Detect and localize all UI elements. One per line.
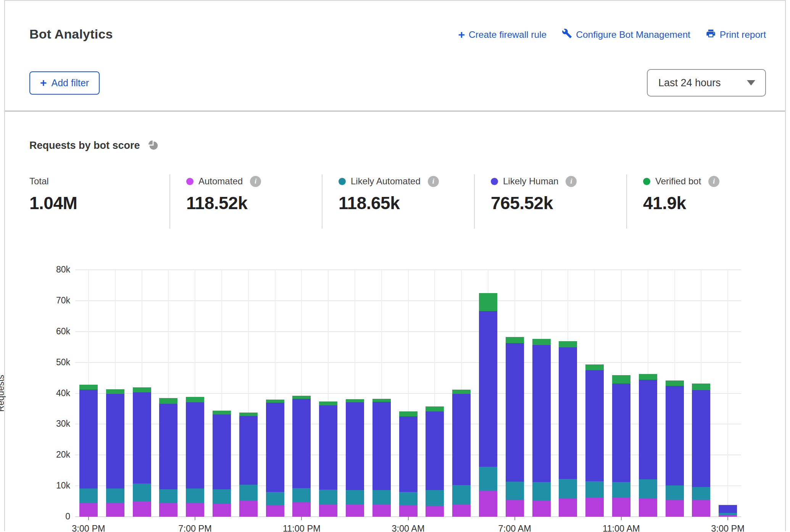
y-tick-label: 10k: [30, 480, 70, 491]
stat-verified-bot-label: Verified bot: [655, 176, 701, 187]
bar-segment-likely-human: [719, 505, 737, 513]
bar-segment-verified-bot: [159, 398, 177, 404]
bar-segment-verified-bot: [346, 399, 364, 402]
time-range-dropdown[interactable]: Last 24 hours: [647, 69, 766, 97]
bar-segment-verified-bot: [532, 339, 551, 345]
bar-segment-likely-automated: [213, 489, 231, 504]
bar-segment-automated: [532, 500, 551, 517]
stat-verified-bot-value: 41.9k: [643, 193, 766, 213]
configure-bot-management-link[interactable]: Configure Bot Management: [562, 28, 690, 41]
bar-segment-verified-bot: [479, 293, 497, 311]
stat-automated-label: Automated: [198, 176, 243, 187]
bar-segment-automated: [399, 505, 418, 517]
y-tick-label: 70k: [30, 295, 70, 306]
bar-segment-likely-automated: [479, 467, 497, 490]
bar-segment-automated: [666, 500, 684, 517]
bar-segment-verified-bot: [319, 401, 337, 405]
bar-segment-likely-automated: [666, 485, 684, 499]
bar-segment-likely-automated: [532, 482, 551, 500]
bar-segment-automated: [239, 500, 258, 517]
bar-segment-likely-human: [479, 311, 497, 467]
add-filter-button[interactable]: + Add filter: [29, 71, 100, 95]
create-firewall-rule-label: Create firewall rule: [469, 29, 547, 40]
bar-segment-likely-human: [639, 380, 657, 479]
stat-likely-human-label: Likely Human: [503, 176, 558, 187]
info-icon[interactable]: i: [708, 176, 719, 187]
stacked-bar: [692, 384, 710, 517]
printer-icon: [706, 28, 716, 41]
bar-segment-automated: [292, 502, 311, 517]
x-tick-label: 3:00 PM: [58, 524, 119, 532]
y-tick-label: 40k: [30, 388, 70, 398]
stat-likely-automated-label: Likely Automated: [351, 176, 421, 187]
bar-segment-likely-automated: [399, 492, 418, 505]
y-tick-label: 60k: [30, 326, 70, 337]
bar-segment-likely-automated: [292, 488, 311, 502]
stacked-bar: [506, 337, 524, 517]
info-icon[interactable]: i: [428, 176, 439, 187]
likely-human-legend-dot: [491, 178, 498, 185]
content: Requests by bot score Total 1.04M Automa…: [5, 139, 785, 532]
create-firewall-rule-link[interactable]: + Create firewall rule: [458, 29, 547, 40]
info-icon[interactable]: i: [566, 176, 577, 187]
bar-segment-verified-bot: [372, 399, 391, 402]
bar-segment-likely-human: [452, 394, 471, 485]
x-tick-label: 3:00 AM: [378, 524, 439, 532]
stacked-bar: [585, 364, 604, 517]
bar-segment-likely-automated: [585, 481, 604, 498]
stacked-bar: [452, 390, 471, 517]
bar-segment-likely-automated: [559, 479, 577, 498]
stat-likely-human: Likely Human i 765.52k: [474, 174, 626, 229]
bot-analytics-panel: Bot Analytics + Create firewall rule Con…: [4, 0, 786, 531]
bar-segment-likely-human: [426, 411, 444, 490]
bar-segment-likely-human: [133, 392, 151, 484]
stacked-bar: [186, 397, 204, 517]
verified-bot-legend-dot: [643, 178, 650, 185]
bar-segment-verified-bot: [559, 341, 577, 347]
x-tick-label: 7:00 AM: [484, 524, 545, 532]
info-icon[interactable]: i: [250, 176, 261, 187]
bar-segment-likely-automated: [319, 490, 337, 505]
x-tick: [195, 517, 195, 520]
stacked-bar: [159, 398, 177, 517]
bar-segment-likely-human: [319, 405, 337, 490]
bar-segment-likely-human: [79, 390, 98, 489]
bar-segment-verified-bot: [79, 385, 98, 390]
x-tick: [514, 517, 515, 520]
add-filter-label: Add filter: [52, 77, 89, 89]
bar-segment-likely-automated: [372, 490, 391, 505]
section-title: Requests by bot score: [29, 140, 140, 152]
bar-segment-automated: [692, 500, 710, 517]
x-tick: [408, 517, 409, 520]
stat-automated-value: 118.52k: [186, 193, 322, 213]
stacked-bar: [719, 505, 737, 517]
print-report-link[interactable]: Print report: [706, 28, 766, 41]
bar-segment-automated: [585, 498, 604, 517]
automated-legend-dot: [186, 178, 193, 185]
bar-segment-automated: [319, 505, 337, 517]
bar-segment-likely-human: [372, 402, 391, 490]
bar-segment-likely-human: [532, 345, 551, 482]
bar-segment-automated: [213, 504, 231, 517]
x-tick-label: 3:00 PM: [697, 524, 758, 532]
bar-segment-automated: [479, 490, 497, 517]
stacked-bar: [79, 385, 98, 517]
bar-segment-automated: [186, 503, 204, 517]
bar-segment-likely-human: [213, 414, 231, 489]
bar-segment-verified-bot: [506, 337, 524, 343]
stacked-bar: [346, 399, 364, 517]
y-tick-label: 20k: [30, 450, 70, 460]
bar-segment-likely-human: [666, 386, 684, 485]
bar-segment-likely-human: [585, 370, 604, 481]
bar-segment-automated: [346, 505, 364, 517]
stacked-bar: [133, 387, 151, 517]
chevron-down-icon: [747, 80, 755, 85]
bar-segment-likely-human: [399, 416, 418, 492]
gridline: [727, 270, 728, 517]
bar-segment-likely-automated: [452, 485, 471, 505]
stacked-bar: [239, 413, 258, 517]
bar-segment-automated: [612, 498, 630, 517]
stacked-bar: [532, 339, 551, 517]
pie-chart-icon: [147, 139, 160, 152]
bar-segment-likely-human: [692, 390, 710, 487]
